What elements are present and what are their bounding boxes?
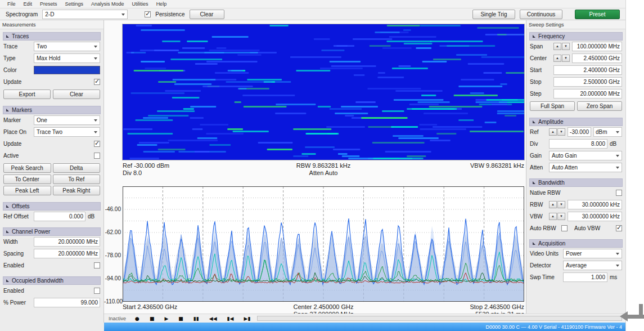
- rbw-decrease-button[interactable]: ▼: [557, 201, 565, 208]
- skip-forward-icon[interactable]: ▶▮: [240, 315, 254, 322]
- stop-field[interactable]: 2.500000 GHz: [553, 77, 622, 87]
- center-decrease-button[interactable]: ▼: [562, 55, 570, 62]
- video-units-select[interactable]: Power: [563, 249, 622, 258]
- zero-span-button[interactable]: Zero Span: [577, 101, 622, 111]
- obw-enabled-label: Enabled: [3, 288, 31, 294]
- record-icon[interactable]: ●: [132, 315, 143, 322]
- frequency-section-header[interactable]: Frequency: [529, 32, 623, 41]
- to-ref-button[interactable]: To Ref: [53, 175, 101, 184]
- vbw-increase-button[interactable]: ▲: [549, 213, 557, 220]
- obw-enabled-checkbox[interactable]: [94, 288, 100, 294]
- center-field[interactable]: 2.450000 GHz: [572, 53, 622, 63]
- persistence-checkbox[interactable]: [145, 11, 151, 17]
- atten-select[interactable]: Auto Atten: [549, 163, 622, 172]
- start-label: Start: [530, 67, 551, 73]
- traces-title: Traces: [12, 33, 29, 39]
- menu-help[interactable]: Help: [152, 0, 171, 8]
- traces-section-header[interactable]: Traces: [3, 32, 101, 41]
- cp-spacing-field[interactable]: 20.000000 MHz: [34, 249, 100, 258]
- ref-offset-field[interactable]: 0.000: [34, 212, 85, 221]
- trace-select[interactable]: Two: [34, 42, 100, 51]
- menu-analysis-mode[interactable]: Analysis Mode: [87, 0, 128, 8]
- cp-enabled-label: Enabled: [3, 262, 31, 269]
- ref-unit-select[interactable]: dBm: [593, 127, 622, 137]
- step-field[interactable]: 20.000000 MHz: [553, 89, 622, 99]
- detector-value: Average: [566, 262, 587, 269]
- stop-record-icon[interactable]: ■: [146, 315, 158, 322]
- spectrum-plot[interactable]: [123, 186, 524, 302]
- acquisition-section-header[interactable]: Acquisition: [529, 239, 623, 248]
- skip-back-icon[interactable]: ▮◀: [224, 315, 237, 322]
- amplitude-section-header[interactable]: Amplitude: [529, 118, 623, 126]
- atten-value: Auto Atten: [552, 164, 578, 171]
- trace-clear-button[interactable]: Clear: [53, 90, 100, 99]
- full-span-button[interactable]: Full Span: [530, 101, 575, 111]
- peak-right-button[interactable]: Peak Right: [53, 186, 101, 195]
- menu-file[interactable]: File: [3, 0, 20, 8]
- play-icon[interactable]: ▶: [161, 315, 172, 322]
- stop-playback-icon[interactable]: ■: [175, 315, 187, 322]
- continuous-button[interactable]: Continuous: [520, 10, 562, 19]
- vbw-decrease-button[interactable]: ▼: [557, 213, 565, 220]
- marker-update-checkbox[interactable]: [94, 141, 100, 147]
- place-on-select[interactable]: Trace Two: [34, 127, 100, 137]
- peak-search-button[interactable]: Peak Search: [3, 163, 51, 173]
- trace-type-select[interactable]: Max Hold: [34, 53, 100, 63]
- preset-button[interactable]: Preset: [575, 10, 620, 19]
- gain-select[interactable]: Auto Gain: [549, 151, 622, 160]
- menu-utilities[interactable]: Utilities: [128, 0, 152, 8]
- chevron-down-icon: [94, 131, 97, 133]
- occupied-bandwidth-section-header[interactable]: Occupied Bandwidth: [3, 276, 101, 285]
- center-increase-button[interactable]: ▲: [553, 55, 561, 62]
- marker-active-label: Active: [3, 153, 31, 159]
- single-trig-button[interactable]: Single Trig: [472, 10, 515, 19]
- rewind-icon[interactable]: ◀◀: [206, 315, 220, 322]
- bandwidth-section-header[interactable]: Bandwidth: [529, 178, 623, 187]
- offsets-section: Offsets Ref Offset 0.000 dB: [3, 202, 101, 222]
- ref-increase-button[interactable]: ▲: [549, 128, 557, 136]
- markers-section-header[interactable]: Markers: [3, 106, 101, 114]
- channel-power-section-header[interactable]: Channel Power: [3, 227, 101, 236]
- div-field[interactable]: 8.000: [549, 139, 607, 149]
- rbw-field[interactable]: 30.000000 kHz: [568, 200, 622, 209]
- menu-presets[interactable]: Presets: [36, 0, 61, 8]
- persistence-clear-button[interactable]: Clear: [190, 10, 224, 19]
- span-decrease-button[interactable]: ▼: [562, 43, 570, 50]
- ref-field[interactable]: -30.000: [568, 127, 591, 137]
- spectrogram-display[interactable]: [122, 24, 525, 160]
- auto-vbw-checkbox[interactable]: [616, 225, 622, 231]
- start-field[interactable]: 2.400000 GHz: [553, 65, 622, 75]
- detector-select[interactable]: Average: [563, 261, 622, 270]
- auto-rbw-checkbox[interactable]: [561, 225, 568, 231]
- offsets-section-header[interactable]: Offsets: [3, 202, 101, 211]
- to-center-button[interactable]: To Center: [3, 175, 51, 184]
- vbw-field[interactable]: 30.000000 kHz: [568, 212, 622, 221]
- pause-icon[interactable]: ▮▮: [190, 315, 202, 322]
- status-bar: D0000 30.00 C — 4.00 V Serial - 41190100…: [104, 323, 625, 331]
- obw-power-field[interactable]: 99.000: [34, 298, 100, 307]
- swp-time-field[interactable]: 1.000: [563, 272, 607, 282]
- menu-settings[interactable]: Settings: [61, 0, 88, 8]
- marker-select[interactable]: One: [34, 115, 100, 125]
- native-rbw-checkbox[interactable]: [616, 190, 622, 196]
- delta-button[interactable]: Delta: [53, 163, 101, 173]
- cp-enabled-checkbox[interactable]: [94, 262, 100, 269]
- span-increase-button[interactable]: ▲: [553, 43, 561, 50]
- playback-progress-bar[interactable]: [257, 316, 622, 321]
- trace-type-label: Type: [3, 55, 31, 61]
- ref-decrease-button[interactable]: ▼: [557, 128, 565, 136]
- marker-label: Marker: [3, 117, 31, 123]
- toolbar: Spectrogram 2-D Persistence Clear Single…: [0, 8, 625, 20]
- plot-area: Ref -30.000 dBm Div 8.0 RBW 9.863281 kHz…: [104, 20, 526, 314]
- trace-update-checkbox[interactable]: [94, 79, 100, 85]
- atten-readout: Atten Auto: [256, 169, 390, 177]
- marker-active-checkbox[interactable]: [94, 153, 100, 159]
- menu-edit[interactable]: Edit: [20, 0, 37, 8]
- trace-export-button[interactable]: Export: [3, 90, 51, 99]
- spectrogram-mode-select[interactable]: 2-D: [42, 10, 128, 19]
- rbw-increase-button[interactable]: ▲: [549, 201, 557, 208]
- peak-left-button[interactable]: Peak Left: [3, 186, 51, 195]
- trace-color-swatch[interactable]: [34, 66, 100, 74]
- cp-width-field[interactable]: 20.000000 MHz: [34, 237, 100, 247]
- span-field[interactable]: 100.000000 MHz: [572, 42, 622, 51]
